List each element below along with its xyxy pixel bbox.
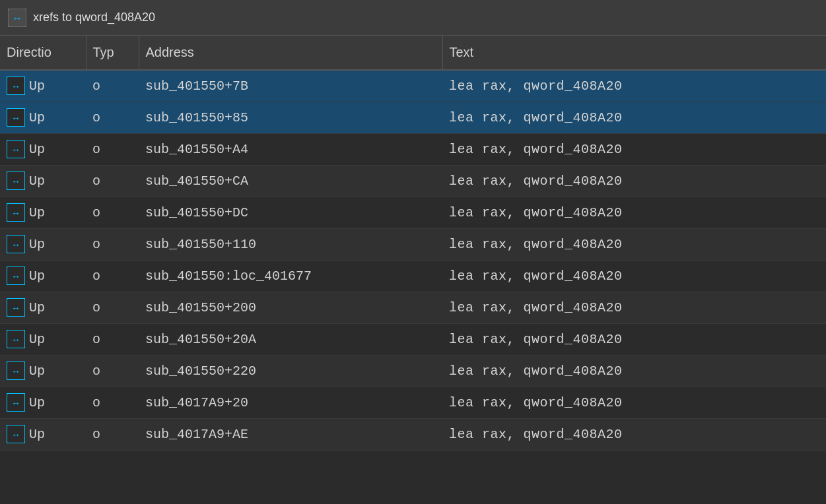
table-row[interactable]: ↔Uposub_401550+A4lea rax, qword_408A20 [0,133,826,165]
cell-address: sub_401550+85 [139,102,442,133]
table-row[interactable]: ↔Uposub_401550+7Blea rax, qword_408A20 [0,70,826,102]
row-xref-icon: ↔ [7,203,25,222]
cell-type: o [86,355,139,387]
column-header-address[interactable]: Address [139,36,442,70]
direction-value: Up [29,332,45,347]
cell-type: o [86,133,139,165]
cell-direction: ↔Up [0,323,86,355]
svg-text:↔: ↔ [11,208,20,218]
cell-type: o [86,228,139,260]
cell-address: sub_401550+7B [139,70,442,102]
cell-direction: ↔Up [0,197,86,228]
svg-text:↔: ↔ [11,366,20,377]
title-bar: ↔ xrefs to qword_408A20 [0,0,826,36]
cell-address: sub_401550+20A [139,323,442,355]
cell-text: lea rax, qword_408A20 [442,228,826,260]
cell-direction: ↔Up [0,228,86,260]
cell-text: lea rax, qword_408A20 [442,355,826,387]
table-row[interactable]: ↔Uposub_4017A9+AElea rax, qword_408A20 [0,418,826,450]
cell-type: o [86,387,139,418]
column-header-direction[interactable]: Directio [0,36,86,70]
row-xref-icon: ↔ [7,235,25,253]
cell-type: o [86,418,139,450]
cell-text: lea rax, qword_408A20 [442,323,826,355]
direction-value: Up [29,300,45,315]
table-row[interactable]: ↔Uposub_401550+85lea rax, qword_408A20 [0,102,826,133]
table-row[interactable]: ↔Uposub_401550+20Alea rax, qword_408A20 [0,323,826,355]
row-xref-icon: ↔ [7,140,25,158]
cell-direction: ↔Up [0,260,86,292]
cell-address: sub_401550+220 [139,355,442,387]
cell-text: lea rax, qword_408A20 [442,260,826,292]
svg-text:↔: ↔ [11,239,20,250]
direction-value: Up [29,110,45,125]
column-header-text[interactable]: Text [442,36,826,70]
table-row[interactable]: ↔Uposub_401550+DClea rax, qword_408A20 [0,197,826,228]
cell-text: lea rax, qword_408A20 [442,292,826,323]
cell-direction: ↔Up [0,355,86,387]
cell-text: lea rax, qword_408A20 [442,102,826,133]
direction-value: Up [29,363,45,379]
cell-direction: ↔Up [0,165,86,197]
svg-text:↔: ↔ [11,271,20,282]
svg-text:↔: ↔ [11,113,20,123]
table-body: ↔Uposub_401550+7Blea rax, qword_408A20↔U… [0,70,826,450]
cell-direction: ↔Up [0,387,86,418]
svg-text:↔: ↔ [11,303,20,313]
svg-text:↔: ↔ [11,334,20,345]
row-xref-icon: ↔ [7,298,25,317]
column-header-type[interactable]: Typ [86,36,139,70]
svg-text:↔: ↔ [11,429,20,440]
cell-address: sub_401550+200 [139,292,442,323]
cell-address: sub_401550:loc_401677 [139,260,442,292]
row-xref-icon: ↔ [7,362,25,380]
cell-type: o [86,323,139,355]
table-row[interactable]: ↔Uposub_401550+220lea rax, qword_408A20 [0,355,826,387]
cell-type: o [86,165,139,197]
svg-text:↔: ↔ [11,81,20,92]
cell-text: lea rax, qword_408A20 [442,197,826,228]
row-xref-icon: ↔ [7,393,25,412]
row-xref-icon: ↔ [7,425,25,443]
direction-value: Up [29,79,45,94]
svg-text:↔: ↔ [11,398,20,408]
xref-icon: ↔ [8,9,26,27]
row-xref-icon: ↔ [7,108,25,127]
cell-text: lea rax, qword_408A20 [442,70,826,102]
table-row[interactable]: ↔Uposub_401550:loc_401677lea rax, qword_… [0,260,826,292]
cell-type: o [86,70,139,102]
direction-value: Up [29,173,45,189]
cell-text: lea rax, qword_408A20 [442,133,826,165]
table-row[interactable]: ↔Uposub_4017A9+20lea rax, qword_408A20 [0,387,826,418]
table-row[interactable]: ↔Uposub_401550+200lea rax, qword_408A20 [0,292,826,323]
svg-text:↔: ↔ [11,144,20,155]
cell-text: lea rax, qword_408A20 [442,387,826,418]
cell-direction: ↔Up [0,292,86,323]
row-xref-icon: ↔ [7,330,25,348]
cell-address: sub_401550+110 [139,228,442,260]
cell-text: lea rax, qword_408A20 [442,418,826,450]
direction-value: Up [29,427,45,442]
row-xref-icon: ↔ [7,172,25,190]
xrefs-table-container: Directio Typ Address Text ↔Uposub_401550… [0,36,826,504]
direction-value: Up [29,237,45,252]
cell-direction: ↔Up [0,102,86,133]
cell-direction: ↔Up [0,133,86,165]
table-row[interactable]: ↔Uposub_401550+CAlea rax, qword_408A20 [0,165,826,197]
direction-value: Up [29,268,45,284]
svg-text:↔: ↔ [11,176,20,187]
cell-address: sub_4017A9+AE [139,418,442,450]
direction-value: Up [29,395,45,410]
svg-text:↔: ↔ [12,13,22,24]
cell-type: o [86,260,139,292]
direction-value: Up [29,142,45,157]
direction-value: Up [29,205,45,220]
table-header-row: Directio Typ Address Text [0,36,826,70]
window-title: xrefs to qword_408A20 [33,11,155,24]
table-row[interactable]: ↔Uposub_401550+110lea rax, qword_408A20 [0,228,826,260]
cell-address: sub_401550+A4 [139,133,442,165]
cell-address: sub_401550+DC [139,197,442,228]
cell-direction: ↔Up [0,70,86,102]
cell-type: o [86,292,139,323]
cell-direction: ↔Up [0,418,86,450]
